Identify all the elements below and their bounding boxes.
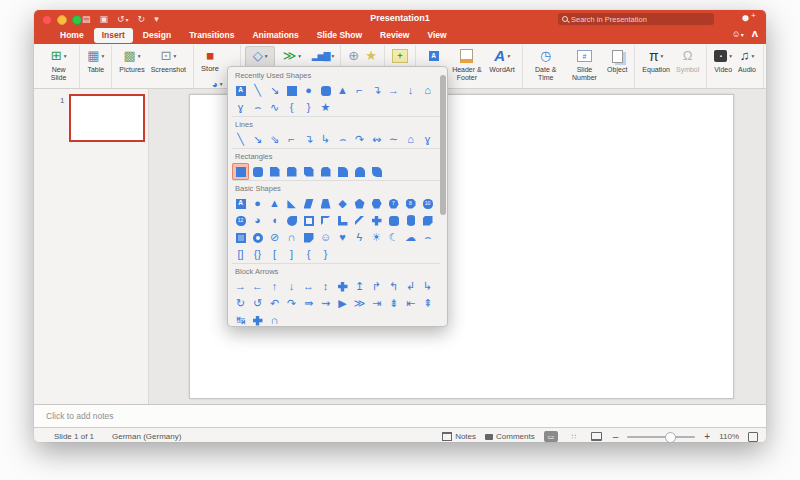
shape-double-bracket[interactable]: [] bbox=[232, 246, 249, 263]
shape-smiley-face[interactable]: ☺ bbox=[317, 229, 334, 246]
zoom-slider[interactable] bbox=[627, 436, 695, 438]
slide-sorter-view-button[interactable]: ∷ bbox=[567, 431, 581, 442]
shape-bent-up-arrow[interactable]: ↲ bbox=[402, 278, 419, 295]
shape-parallelogram[interactable] bbox=[300, 195, 317, 212]
shape-rounded-rectangle[interactable] bbox=[249, 163, 266, 180]
shape-diagonal-stripe[interactable] bbox=[351, 212, 368, 229]
shape-curve[interactable]: ⌢ bbox=[249, 99, 266, 116]
shape-right-arrow[interactable]: → bbox=[385, 82, 402, 99]
shape-up-arrow-callout[interactable]: ⇞ bbox=[419, 295, 436, 312]
shape-scribble[interactable]: ɣ bbox=[419, 131, 436, 148]
language-indicator[interactable]: German (Germany) bbox=[112, 432, 181, 441]
shape-round-single-corner-rectangle[interactable] bbox=[334, 163, 351, 180]
shape-double-brace[interactable]: {} bbox=[249, 246, 266, 263]
shape-line[interactable]: ╲ bbox=[232, 131, 249, 148]
shape-trapezoid[interactable] bbox=[317, 195, 334, 212]
shape-half-frame[interactable] bbox=[317, 212, 334, 229]
shape-folded-corner[interactable] bbox=[300, 229, 317, 246]
shape-notched-right-arrow[interactable]: ⇝ bbox=[317, 295, 334, 312]
shape-text-box[interactable]: A bbox=[232, 195, 249, 212]
shape-left-arrow[interactable]: ← bbox=[249, 278, 266, 295]
shape-oval[interactable]: ● bbox=[249, 195, 266, 212]
shape-isosceles-triangle[interactable]: ▲ bbox=[266, 195, 283, 212]
shape-bevel[interactable] bbox=[232, 229, 249, 246]
shape-left-right-up-arrow[interactable]: ↥ bbox=[351, 278, 368, 295]
shape-octagon[interactable]: 8 bbox=[402, 195, 419, 212]
shape-isosceles-triangle[interactable]: ▲ bbox=[334, 82, 351, 99]
share-icon[interactable]: ☻⁺ bbox=[740, 12, 756, 23]
shape-circular-arrow[interactable]: ∩ bbox=[266, 312, 283, 327]
store-button[interactable]: ◼Store bbox=[198, 49, 222, 74]
shape-star[interactable]: ★ bbox=[317, 99, 334, 116]
shape-elbow-arrow-connector[interactable]: ↴ bbox=[368, 82, 385, 99]
shape-left-brace[interactable]: { bbox=[300, 246, 317, 263]
shape-snip-diagonal-corner-rectangle[interactable] bbox=[300, 163, 317, 180]
shape-left-bracket[interactable]: [ bbox=[266, 246, 283, 263]
shape-lightning-bolt[interactable]: ϟ bbox=[351, 229, 368, 246]
shape-left-brace[interactable]: { bbox=[283, 99, 300, 116]
shape-cloud[interactable]: ☁ bbox=[402, 229, 419, 246]
shape-l-shape[interactable] bbox=[334, 212, 351, 229]
shape-left-right-arrow-callout[interactable]: ↹ bbox=[232, 312, 249, 327]
shape-quad-arrow-callout[interactable] bbox=[249, 312, 266, 327]
comments-toggle-button[interactable]: Comments bbox=[485, 432, 535, 441]
tab-slide-show[interactable]: Slide Show bbox=[309, 28, 370, 43]
header-footer-button[interactable]: Header & Footer bbox=[448, 46, 487, 82]
shape-left-up-arrow[interactable]: ↳ bbox=[419, 278, 436, 295]
shape-teardrop[interactable] bbox=[283, 212, 300, 229]
shape-round-same-side-corner-rectangle[interactable] bbox=[351, 163, 368, 180]
search-input[interactable]: Search in Presentation bbox=[558, 13, 714, 25]
symbol-button[interactable]: ΩSymbol bbox=[673, 46, 702, 75]
shape-striped-right-arrow[interactable]: ⇛ bbox=[300, 295, 317, 312]
shape-elbow-double-arrow-connector[interactable]: ↳ bbox=[317, 131, 334, 148]
shape-curved-up-arrow[interactable]: ↶ bbox=[266, 295, 283, 312]
slide-number-button[interactable]: #Slide Number bbox=[565, 46, 604, 82]
shape-left-arrow-callout[interactable]: ⇤ bbox=[402, 295, 419, 312]
shape-sun[interactable]: ☀ bbox=[368, 229, 385, 246]
shape-up-arrow[interactable]: ↑ bbox=[266, 278, 283, 295]
shape-chord[interactable]: ◖ bbox=[266, 212, 283, 229]
shape-cube[interactable] bbox=[419, 212, 436, 229]
shape-down-arrow-callout[interactable]: ⇟ bbox=[385, 295, 402, 312]
shape-donut[interactable] bbox=[249, 229, 266, 246]
screenshot-button[interactable]: ⊡▾Screenshot bbox=[148, 46, 189, 75]
shape-pentagon[interactable]: ⌂ bbox=[419, 82, 436, 99]
shape-right-triangle[interactable]: ◣ bbox=[283, 195, 300, 212]
shape-right-brace[interactable]: } bbox=[317, 246, 334, 263]
tab-review[interactable]: Review bbox=[372, 28, 417, 43]
shape-rounded-rectangle[interactable] bbox=[317, 82, 334, 99]
shape-line-arrow[interactable]: ↘ bbox=[266, 82, 283, 99]
shape-bent-arrow[interactable]: ↱ bbox=[368, 278, 385, 295]
shape-quad-arrow[interactable] bbox=[334, 278, 351, 295]
shape-arc[interactable]: ⌢ bbox=[419, 229, 436, 246]
shape-curved-double-arrow-connector[interactable]: ↭ bbox=[368, 131, 385, 148]
shape-u-turn-arrow[interactable]: ↰ bbox=[385, 278, 402, 295]
shape-elbow-arrow-connector[interactable]: ↴ bbox=[300, 131, 317, 148]
shape-curved-arrow-connector[interactable]: ↷ bbox=[351, 131, 368, 148]
new-slide-button[interactable]: ⊞▾New Slide bbox=[42, 46, 75, 82]
shape-freeform[interactable]: ⌂ bbox=[402, 131, 419, 148]
shape-curved-connector[interactable]: ⌢ bbox=[334, 131, 351, 148]
shape-regular-pentagon[interactable] bbox=[351, 195, 368, 212]
zoom-out-button[interactable]: – bbox=[613, 431, 619, 442]
shape-hexagon[interactable] bbox=[368, 195, 385, 212]
shape-can[interactable] bbox=[402, 212, 419, 229]
shape-block-arc[interactable]: ∩ bbox=[283, 229, 300, 246]
slide-thumbnail[interactable] bbox=[69, 94, 145, 142]
zoom-level[interactable]: 110% bbox=[719, 432, 739, 441]
shape-curved-left-arrow[interactable]: ↺ bbox=[249, 295, 266, 312]
tab-home[interactable]: Home bbox=[52, 28, 92, 43]
shape-right-arrow[interactable]: → bbox=[232, 278, 249, 295]
shape-right-bracket[interactable]: ] bbox=[283, 246, 300, 263]
notes-toggle-button[interactable]: Notes bbox=[442, 432, 476, 441]
tab-view[interactable]: View bbox=[419, 28, 454, 43]
tab-animations[interactable]: Animations bbox=[244, 28, 306, 43]
shape-cross[interactable] bbox=[368, 212, 385, 229]
shape-snip-single-corner-rectangle[interactable] bbox=[266, 163, 283, 180]
shape-frame[interactable] bbox=[300, 212, 317, 229]
shape-no-symbol[interactable]: ⊘ bbox=[266, 229, 283, 246]
shape-oval[interactable]: ● bbox=[300, 82, 317, 99]
shape-down-arrow[interactable]: ↓ bbox=[402, 82, 419, 99]
shape-curve[interactable]: ∼ bbox=[385, 131, 402, 148]
pictures-button[interactable]: ▩▾Pictures bbox=[116, 46, 147, 75]
